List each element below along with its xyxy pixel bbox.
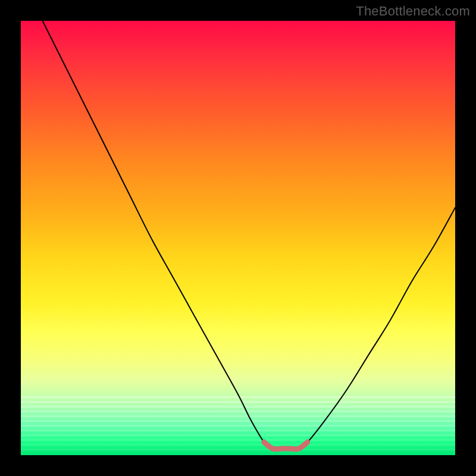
chart-frame: TheBottleneck.com: [0, 0, 476, 476]
curve-line: [43, 21, 456, 449]
plot-area: [21, 21, 455, 455]
watermark-text: TheBottleneck.com: [356, 4, 470, 19]
curve-highlight: [264, 442, 308, 449]
chart-svg: [21, 21, 455, 455]
